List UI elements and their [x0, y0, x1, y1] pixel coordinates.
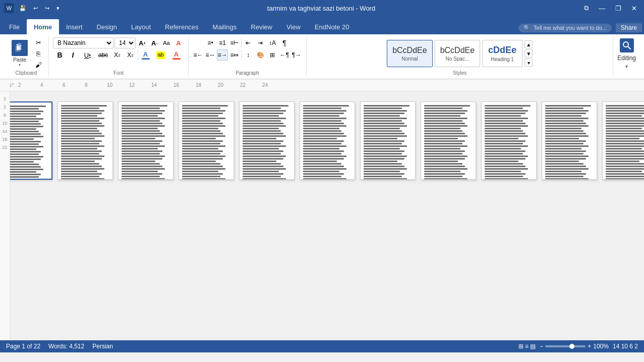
- editing-button[interactable]: Editing ▾: [617, 38, 636, 69]
- page-thumb-4[interactable]: [179, 101, 234, 180]
- change-case-button[interactable]: Aa: [161, 37, 172, 48]
- share-button[interactable]: Share: [616, 23, 642, 32]
- text-line: [122, 163, 160, 165]
- ruler-num-14: 14: [151, 82, 173, 88]
- format-painter-button[interactable]: 🖌: [32, 60, 44, 70]
- close-button[interactable]: ✕: [628, 4, 640, 13]
- styles-scroll-up[interactable]: ▲: [524, 40, 533, 48]
- text-line: [364, 115, 400, 117]
- font-color-button[interactable]: A: [169, 49, 184, 61]
- borders-button[interactable]: ⊞: [267, 49, 278, 61]
- grow-font-button[interactable]: A+: [137, 37, 148, 48]
- page-thumb-9[interactable]: [481, 101, 537, 180]
- shrink-font-button[interactable]: A-: [149, 37, 160, 48]
- align-left-button[interactable]: ≡←: [193, 49, 204, 61]
- page-thumb-5[interactable]: [239, 101, 295, 180]
- multilevel-button[interactable]: ≡⊢: [229, 37, 240, 48]
- rtl-button[interactable]: ←¶: [279, 49, 290, 61]
- cut-button[interactable]: ✂: [32, 37, 44, 47]
- redo-button[interactable]: ↪: [43, 4, 51, 13]
- style-normal[interactable]: bCcDdEe Normal: [387, 40, 432, 67]
- bold-button[interactable]: B: [54, 49, 66, 61]
- tab-design[interactable]: Design: [90, 19, 124, 34]
- sort-button[interactable]: ↕A: [267, 37, 278, 48]
- text-line: [61, 123, 102, 124]
- undo-button[interactable]: ↩: [31, 4, 40, 13]
- zoom-out-button[interactable]: −: [540, 343, 543, 350]
- styles-more[interactable]: ▾: [524, 59, 533, 67]
- save-button[interactable]: 💾: [17, 4, 28, 13]
- text-line: [61, 128, 97, 129]
- align-right-button[interactable]: ≡→: [217, 49, 228, 61]
- bullets-button[interactable]: ≡•: [205, 37, 216, 48]
- italic-button[interactable]: I: [67, 49, 79, 61]
- zoom-slider[interactable]: [545, 345, 586, 347]
- paste-icon: [12, 40, 28, 56]
- ruler-num-16: 16: [173, 82, 196, 88]
- highlight-button[interactable]: ab: [153, 49, 168, 61]
- restore-button[interactable]: ❐: [612, 4, 624, 13]
- paste-button[interactable]: Paste ▾: [8, 37, 31, 70]
- decrease-indent-button[interactable]: ⇤: [243, 37, 254, 48]
- text-line: [61, 140, 102, 142]
- line-spacing-button[interactable]: ↕: [243, 49, 254, 61]
- text-line: [122, 120, 160, 122]
- font-size-select[interactable]: 14: [114, 37, 136, 48]
- text-line: [10, 123, 41, 125]
- tab-mailings[interactable]: Mailings: [206, 19, 244, 34]
- restore-window-button[interactable]: ⧉: [581, 3, 592, 13]
- page-thumb-2[interactable]: [57, 101, 113, 180]
- styles-scroll-down[interactable]: ▼: [524, 49, 533, 58]
- text-line: [606, 148, 642, 149]
- page-thumb-8[interactable]: [421, 101, 476, 180]
- font-name-select[interactable]: B Nazanin: [53, 37, 113, 48]
- text-line: [10, 113, 41, 115]
- customize-qat-button[interactable]: ▾: [54, 4, 62, 13]
- page-thumb-7[interactable]: [360, 101, 416, 180]
- strikethrough-button[interactable]: abc: [96, 49, 110, 61]
- minimize-button[interactable]: —: [596, 4, 608, 13]
- svg-rect-2: [16, 45, 20, 51]
- show-marks-button[interactable]: ¶: [279, 37, 290, 48]
- text-line: [364, 145, 407, 147]
- text-color-button[interactable]: A: [139, 49, 152, 61]
- tab-insert[interactable]: Insert: [59, 19, 90, 34]
- text-line: [182, 108, 221, 109]
- text-line: [606, 158, 645, 160]
- style-heading1[interactable]: cDdEe Heading 1: [482, 40, 522, 67]
- subscript-button[interactable]: X2: [111, 49, 124, 61]
- text-line: [424, 118, 467, 119]
- text-line: [303, 138, 337, 139]
- clear-format-button[interactable]: A: [173, 37, 184, 48]
- superscript-button[interactable]: X2: [125, 49, 137, 61]
- ruler-num-12: 12: [129, 82, 151, 88]
- tab-endnote[interactable]: EndNote 20: [308, 19, 357, 34]
- underline-button[interactable]: U▾: [80, 49, 95, 61]
- tab-home[interactable]: Home: [27, 19, 59, 34]
- zoom-in-button[interactable]: +: [588, 343, 591, 350]
- page-thumb-3[interactable]: [118, 101, 173, 180]
- style-nospace[interactable]: bCcDdEe No Spac...: [435, 40, 480, 67]
- text-line: [243, 148, 279, 149]
- tab-review[interactable]: Review: [244, 19, 279, 34]
- tab-view[interactable]: View: [279, 19, 308, 34]
- ltr-button[interactable]: ¶→: [291, 49, 302, 61]
- justify-button[interactable]: ≡⇔: [229, 49, 240, 61]
- tab-references[interactable]: References: [158, 19, 205, 34]
- v-ruler-22: 22: [1, 145, 10, 153]
- increase-indent-button[interactable]: ⇥: [255, 37, 266, 48]
- text-line: [545, 110, 589, 112]
- page-thumb-10[interactable]: [542, 101, 597, 180]
- tab-file[interactable]: File: [2, 19, 27, 34]
- numbering-button[interactable]: ≡1: [217, 37, 228, 48]
- page-thumb-11[interactable]: [602, 101, 645, 180]
- text-line: [10, 151, 41, 152]
- align-center-button[interactable]: ≡↔: [205, 49, 216, 61]
- shading-button[interactable]: 🎨: [255, 49, 266, 61]
- copy-button[interactable]: ⎘: [32, 48, 44, 59]
- page-thumb-6[interactable]: [300, 101, 355, 180]
- tab-layout[interactable]: Layout: [124, 19, 158, 34]
- text-line: [303, 148, 339, 149]
- page-thumb-1[interactable]: [10, 101, 52, 180]
- clipboard-group: Paste ▾ ✂ ⎘ 🖌 Clipboard: [4, 36, 49, 77]
